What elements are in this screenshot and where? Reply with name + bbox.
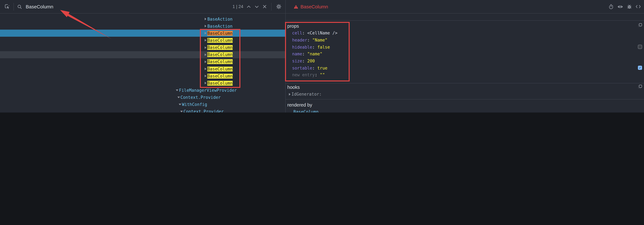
log-to-console-bug-icon[interactable] [627,4,632,9]
tree-expanded-caret-icon[interactable] [175,90,179,91]
prop-key: hideable [292,45,312,49]
tree-node-label: BaseColumn [208,52,233,57]
prop-row[interactable]: size:200 [286,58,644,65]
prop-colon: : [307,38,310,43]
tree-collapsed-caret-icon[interactable] [204,18,208,20]
hook-collapsed-caret-icon[interactable] [288,93,292,95]
prop-value[interactable]: true [317,66,328,71]
inspected-element-header: BaseColumn [286,0,644,14]
warning-icon [294,5,298,9]
prop-row[interactable]: hideable:false [286,44,644,51]
hook-row[interactable]: IdGenerator: [286,91,644,98]
tree-expanded-caret-icon[interactable] [180,111,184,113]
prop-key: size [292,59,302,63]
tree-node[interactable]: BaseAction [0,23,285,30]
tree-node-label: BaseAction [208,17,233,22]
tree-collapsed-caret-icon[interactable] [204,82,208,85]
suspend-timer-icon[interactable] [609,4,614,9]
tree-collapsed-caret-icon[interactable] [204,61,208,63]
prop-colon: : [302,31,305,36]
prop-colon: : [302,59,305,63]
search-input[interactable] [25,4,230,10]
inspect-dom-eye-icon[interactable] [617,5,623,9]
tree-node[interactable]: BaseColumn [0,44,285,51]
tree-node[interactable]: BaseColumn [0,58,285,65]
prop-row[interactable]: sortable:true✓ [286,65,644,72]
settings-gear-icon[interactable] [276,4,281,9]
prop-value[interactable]: false [317,45,330,49]
prop-value[interactable]: 200 [307,59,315,63]
rendered-by-owner-link[interactable]: BaseColumn [294,109,319,113]
search-icon [17,4,22,9]
copy-hooks-icon[interactable] [638,85,642,89]
tree-node-label: WithConfig [182,102,207,107]
tree-node[interactable]: FileManagerViewProvider [0,87,285,94]
tree-node[interactable]: Context.Provider [0,94,285,101]
copy-props-icon[interactable] [638,23,642,27]
tree-node[interactable]: BaseColumn [0,80,285,87]
prop-key: new entry [292,73,315,77]
tree-node[interactable]: BaseColumn [0,30,285,37]
hooks-section: hooks IdGenerator: [286,83,644,99]
tree-node[interactable]: Context.Provider [0,108,285,113]
prop-key: header [292,38,307,43]
prop-row[interactable]: header:"Name" [286,37,644,44]
next-match-icon[interactable] [255,5,259,8]
search-result-count: 1 | 24 [232,4,243,9]
hooks-rows: IdGenerator: [286,91,644,98]
props-rows: cell:<CellName />header:"Name"hideable:f… [286,30,644,79]
rendered-by-rows: BaseColumnFileManagerRendererModuleFileM… [286,108,644,113]
inspected-element-panel: BaseColumn [285,0,644,113]
prop-boolean-checkbox-unchecked[interactable] [638,45,642,49]
tree-node[interactable]: WithConfig [0,101,285,108]
clear-search-icon[interactable] [263,5,266,8]
tree-expanded-caret-icon[interactable] [178,104,182,105]
prop-boolean-checkbox-checked[interactable]: ✓ [638,66,642,70]
prop-value[interactable]: <CellName /> [307,31,338,36]
hook-label: IdGenerator: [292,92,322,97]
tree-node[interactable]: BaseColumn [0,65,285,72]
tree-collapsed-caret-icon[interactable] [204,68,208,70]
props-section-title: props [286,21,644,30]
rendered-by-section: rendered by BaseColumnFileManagerRendere… [286,99,644,113]
component-tree: BaseActionBaseActionBaseColumnBaseColumn… [0,14,285,113]
prop-key: cell [292,31,302,36]
inspect-element-icon[interactable] [4,4,10,9]
components-tree-panel: 1 | 24 [0,0,285,113]
prop-colon: : [302,52,305,57]
tree-collapsed-caret-icon[interactable] [204,32,208,35]
rendered-by-row[interactable]: BaseColumn [286,108,644,113]
prop-colon: : [312,66,315,71]
tree-node-label: BaseAction [208,24,233,29]
tree-collapsed-caret-icon[interactable] [204,53,208,56]
tree-node-label: BaseColumn [208,45,233,50]
prop-row[interactable]: new entry:"" [286,72,644,78]
prop-value[interactable]: "name" [307,52,322,57]
prop-colon: : [312,45,315,49]
tree-collapsed-caret-icon[interactable] [204,75,208,77]
tree-collapsed-caret-icon[interactable] [204,39,208,42]
tree-node[interactable]: BaseAction [0,16,285,23]
inspected-element-subheader [286,14,644,21]
inspected-element-title: BaseColumn [300,4,328,9]
tree-node[interactable]: BaseColumn [0,37,285,44]
tree-node[interactable]: BaseColumn [0,51,285,58]
prop-key: sortable [292,66,312,71]
tree-node-label: BaseColumn [208,59,233,64]
tree-node[interactable]: BaseColumn [0,72,285,80]
tree-collapsed-caret-icon[interactable] [204,46,208,49]
prop-row[interactable]: name:"name" [286,51,644,58]
previous-match-icon[interactable] [247,5,251,8]
prop-value[interactable]: "Name" [312,38,328,43]
prop-row[interactable]: cell:<CellName /> [286,30,644,37]
tree-node-label: BaseColumn [208,81,233,86]
prop-value[interactable]: "" [320,73,325,77]
tree-collapsed-caret-icon[interactable] [204,25,208,27]
view-source-icon[interactable] [636,5,641,8]
props-section: props cell:<CellName />header:"Name"hide… [286,21,644,83]
tree-toolbar: 1 | 24 [0,0,285,14]
tree-expanded-caret-icon[interactable] [176,97,180,98]
react-devtools-window: 1 | 24 [0,0,644,113]
toolbar-divider [14,3,14,11]
tree-node-label: Context.Provider [184,109,224,113]
